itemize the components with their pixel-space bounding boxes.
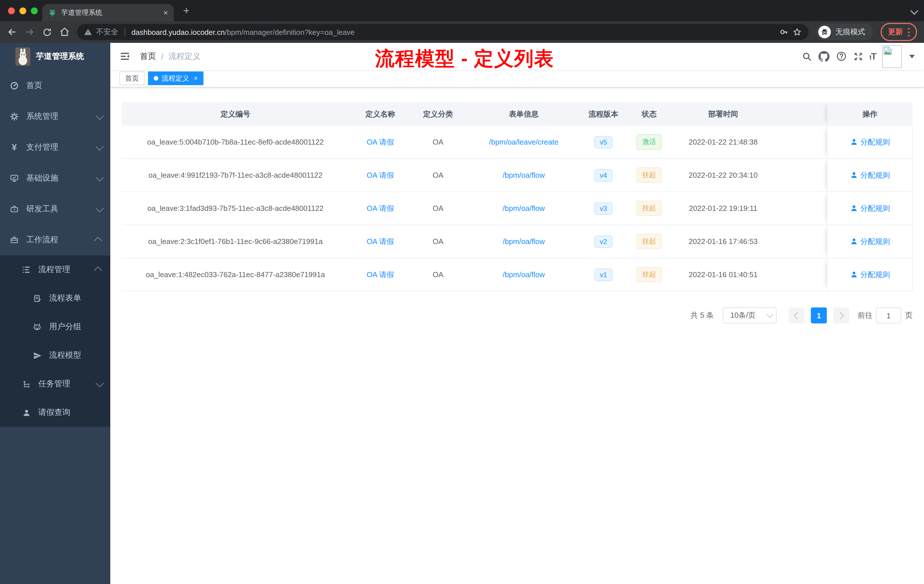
minimize-window-button[interactable]: [20, 7, 26, 14]
version-badge: v5: [594, 136, 612, 148]
definition-id: oa_leave:1:482ec033-762a-11ec-8477-a2380…: [122, 258, 349, 291]
form-link[interactable]: /bpm/oa/flow: [503, 204, 544, 213]
sidebar-item-label: 任务管理: [38, 379, 70, 389]
page-annotation-title: 流程模型 - 定义列表: [375, 46, 554, 72]
sidebar-item-home[interactable]: 首页: [0, 70, 110, 101]
fullscreen-icon[interactable]: [853, 51, 863, 61]
flow-list-icon: [22, 265, 31, 274]
url-bar[interactable]: 不安全 dashboard.yudao.iocoder.cn/bpm/manag…: [77, 24, 808, 40]
gear-icon: [10, 112, 19, 121]
browser-update-button[interactable]: 更新: [881, 23, 917, 41]
zoom-window-button[interactable]: [31, 7, 38, 14]
new-tab-button[interactable]: +: [181, 5, 192, 16]
col-header: 定义分类: [411, 102, 465, 126]
breadcrumb-separator: /: [161, 52, 163, 61]
font-size-icon[interactable]: tT: [870, 51, 876, 61]
sidebar-item-process-mgmt[interactable]: 流程管理: [0, 256, 110, 284]
forward-icon[interactable]: [25, 27, 35, 37]
definition-name-link[interactable]: OA 请假: [366, 269, 394, 280]
definition-name-link[interactable]: OA 请假: [366, 170, 394, 180]
github-icon[interactable]: [818, 51, 830, 62]
sidebar-item-process-form[interactable]: 流程表单: [0, 284, 110, 313]
sidebar-item-devtools[interactable]: 研发工具: [0, 194, 110, 224]
sidebar-item-label: 支付管理: [26, 142, 58, 153]
page-size-select[interactable]: 10条/页: [723, 307, 777, 323]
avatar[interactable]: [882, 45, 902, 68]
form-link[interactable]: /bpm/oa/flow: [503, 270, 544, 279]
deploy-time: 2022-01-16 17:46:53: [674, 225, 772, 258]
status-badge: 挂起: [637, 201, 662, 216]
col-header: 操作: [827, 102, 912, 126]
robot-icon: [33, 322, 42, 332]
form-link[interactable]: /bpm/oa/flow: [503, 237, 544, 246]
pagination: 共 5 条 10条/页 1 前往 页: [122, 307, 912, 323]
sidebar-item-system[interactable]: 系统管理: [0, 101, 110, 132]
sidebar-item-infra[interactable]: 基础设施: [0, 163, 110, 194]
browser-tab[interactable]: 芋道管理系统 ×: [42, 4, 174, 21]
assign-rule-link[interactable]: 分配规则: [860, 203, 890, 213]
sidebar-item-label: 流程表单: [49, 293, 81, 304]
assign-rule-link[interactable]: 分配规则: [860, 137, 890, 147]
definition-category: OA: [411, 126, 465, 158]
definition-name-link[interactable]: OA 请假: [366, 137, 394, 147]
next-page-button[interactable]: [833, 307, 849, 323]
definition-category: OA: [411, 192, 465, 224]
goto-page-input[interactable]: [876, 307, 901, 323]
sidebar-collapse-icon[interactable]: [119, 51, 130, 62]
sidebar-item-user-group[interactable]: 用户分组: [0, 313, 110, 341]
chevron-up-icon: [94, 237, 102, 245]
definition-category: OA: [411, 159, 465, 191]
assign-rule-link[interactable]: 分配规则: [860, 236, 890, 247]
pagination-total: 共 5 条: [691, 310, 714, 320]
search-icon[interactable]: [802, 51, 812, 61]
tab-close-icon[interactable]: ×: [163, 8, 168, 16]
table-row: oa_leave:2:3c1f0ef1-76b1-11ec-9c66-a2380…: [122, 225, 912, 258]
tab-search-chevron-icon[interactable]: [910, 7, 918, 15]
breadcrumb-home[interactable]: 首页: [140, 51, 156, 61]
bookmark-star-icon[interactable]: [792, 27, 802, 36]
prev-page-button[interactable]: [789, 307, 805, 323]
current-page-button[interactable]: 1: [811, 307, 827, 323]
sidebar-item-label: 流程管理: [38, 265, 70, 275]
reload-icon[interactable]: [42, 27, 52, 37]
security-warning-icon[interactable]: [84, 28, 92, 36]
page-unit-label: 页: [905, 310, 912, 320]
password-key-icon[interactable]: [779, 27, 789, 36]
user-icon: [850, 138, 858, 146]
sidebar-logo[interactable]: 芋道管理系统: [0, 43, 110, 70]
sidebar-item-workflow[interactable]: 工作流程: [0, 224, 110, 256]
help-question-icon[interactable]: [836, 51, 846, 62]
form-link[interactable]: /bpm/oa/flow: [503, 171, 544, 180]
back-icon[interactable]: [7, 27, 17, 37]
tag-process-definition[interactable]: 流程定义 ×: [148, 71, 203, 85]
assign-rule-link[interactable]: 分配规则: [860, 269, 890, 280]
monitor-icon: [10, 174, 19, 183]
sidebar-item-payment[interactable]: ¥ 支付管理: [0, 132, 110, 163]
browser-menu-icon[interactable]: [908, 28, 910, 36]
url-path: /bpm/manager/definition?key=oa_leave: [225, 28, 355, 36]
table-row: oa_leave:5:004b710b-7b8a-11ec-8ef0-acde4…: [122, 126, 912, 159]
sidebar-item-label: 用户分组: [49, 322, 81, 332]
navbar: 首页 / 流程定义 流程模型 - 定义列表: [110, 43, 924, 70]
tag-home[interactable]: 首页: [119, 71, 145, 85]
avatar-caret-icon[interactable]: [909, 54, 915, 58]
form-link[interactable]: /bpm/oa/leave/create: [489, 138, 559, 146]
tag-close-icon[interactable]: ×: [194, 74, 198, 82]
sidebar-item-task-mgmt[interactable]: 任务管理: [0, 370, 110, 398]
definition-table: 定义编号 定义名称 定义分类 表单信息 流程版本 状态 部署时间 操作 oa_l…: [122, 102, 912, 292]
send-icon: [33, 351, 42, 360]
sidebar-item-process-model[interactable]: 流程模型: [0, 341, 110, 370]
definition-name-link[interactable]: OA 请假: [366, 236, 394, 247]
user-icon: [850, 271, 858, 278]
close-window-button[interactable]: [8, 7, 15, 14]
sidebar-item-label: 工作流程: [26, 235, 58, 245]
dashboard-icon: [10, 81, 19, 90]
window-controls[interactable]: [8, 7, 38, 14]
definition-name-link[interactable]: OA 请假: [366, 203, 394, 213]
home-icon[interactable]: [59, 27, 70, 37]
col-header: 部署时间: [674, 102, 772, 126]
table-header-row: 定义编号 定义名称 定义分类 表单信息 流程版本 状态 部署时间 操作: [122, 102, 912, 126]
sidebar-item-leave-query[interactable]: 请假查询: [0, 398, 110, 427]
assign-rule-link[interactable]: 分配规则: [860, 170, 890, 180]
goto-label: 前往: [858, 310, 873, 320]
